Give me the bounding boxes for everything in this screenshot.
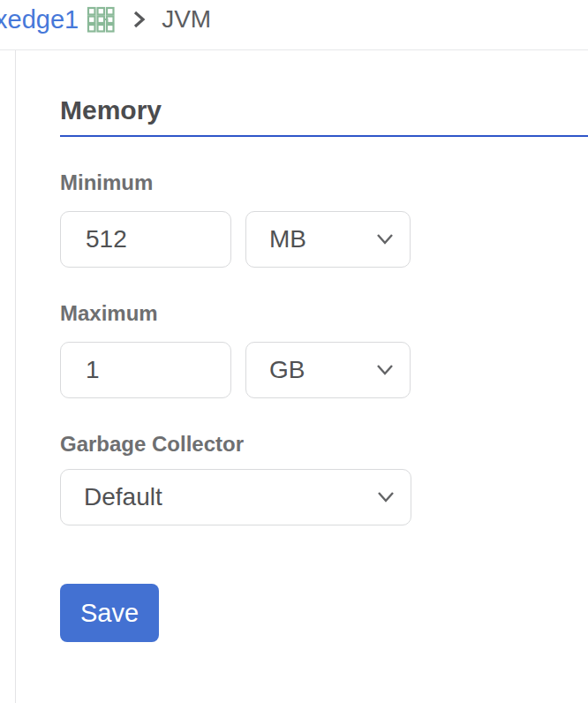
maximum-unit-value: GB bbox=[269, 356, 305, 384]
maximum-unit-select[interactable]: GB bbox=[245, 342, 411, 398]
minimum-field-row: MB bbox=[60, 211, 588, 268]
section-title: Memory bbox=[60, 94, 588, 126]
breadcrumb-current-page: JVM bbox=[162, 5, 211, 34]
garbage-collector-select[interactable]: Default bbox=[60, 469, 411, 525]
panel-left-border bbox=[15, 50, 16, 703]
maximum-value-input[interactable] bbox=[60, 342, 231, 398]
garbage-collector-value: Default bbox=[84, 483, 162, 511]
jvm-memory-form: Memory Minimum MB Maximum GB bbox=[0, 50, 588, 703]
minimum-value-input[interactable] bbox=[60, 211, 231, 268]
breadcrumb: xedge1 JVM bbox=[0, 0, 588, 50]
breadcrumb-node-link[interactable]: xedge1 bbox=[0, 5, 79, 34]
minimum-unit-value: MB bbox=[269, 225, 306, 253]
minimum-label: Minimum bbox=[60, 170, 588, 195]
save-button[interactable]: Save bbox=[60, 584, 159, 642]
chevron-down-icon bbox=[374, 363, 396, 377]
chevron-down-icon bbox=[374, 232, 396, 246]
maximum-label: Maximum bbox=[60, 301, 588, 326]
maximum-field-row: GB bbox=[60, 342, 588, 398]
grid-icon bbox=[87, 6, 115, 33]
garbage-collector-label: Garbage Collector bbox=[60, 432, 588, 457]
chevron-right-icon bbox=[130, 10, 148, 29]
jvm-settings-page: xedge1 JVM bbox=[0, 0, 588, 703]
memory-section-header: Memory bbox=[60, 94, 588, 137]
chevron-down-icon bbox=[375, 490, 396, 504]
minimum-unit-select[interactable]: MB bbox=[245, 211, 411, 268]
